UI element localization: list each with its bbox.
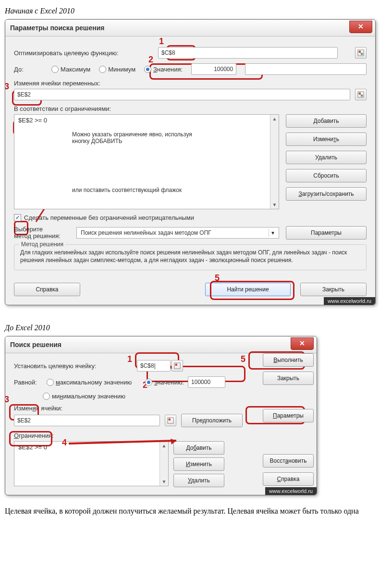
annot-num-3: 3	[5, 82, 9, 92]
group-title: Метод решения	[19, 241, 65, 248]
label-to: До:	[14, 66, 43, 73]
radio-min[interactable]: Минимум	[99, 66, 135, 73]
svg-rect-13	[175, 364, 177, 366]
radio-value-2[interactable]: значению:	[145, 379, 184, 386]
watermark-2: www.excelworld.ru	[265, 487, 317, 495]
method-select[interactable]: Поиск решения нелинейных задач методом О…	[76, 227, 279, 239]
radio-max-2[interactable]: максимальному значению	[47, 379, 132, 386]
svg-rect-9	[361, 95, 363, 96]
close-button-2[interactable]: Закрыть	[263, 372, 314, 385]
method-group: Метод решения Для гладких нелинейных зад…	[14, 244, 367, 270]
label-min-2: минимальному значению	[52, 393, 125, 400]
ref-picker-icon-4[interactable]	[165, 415, 176, 426]
help-button[interactable]: Справка	[14, 283, 80, 296]
group-text: Для гладких нелинейных задач используйте…	[20, 249, 360, 264]
add-button[interactable]: Добавить	[286, 114, 367, 128]
dialog-title-2: Поиск решения	[10, 341, 61, 348]
svg-rect-8	[359, 93, 361, 95]
ref-picker-icon-3[interactable]	[172, 360, 183, 372]
input-value-2[interactable]: 100000	[188, 376, 225, 388]
chevron-down-icon: ▾	[269, 229, 277, 237]
svg-rect-15	[169, 419, 171, 420]
reset-button[interactable]: Сбросить	[286, 169, 367, 182]
guess-button[interactable]: Предположить	[181, 414, 243, 427]
label-constraints-hdr: В соответствии с ограничениями:	[14, 105, 367, 112]
radio-min-2[interactable]: минимальному значению	[43, 393, 125, 400]
window-close-button[interactable]: ✕	[349, 21, 372, 33]
radio-value[interactable]: ЗЗначения:начения:	[144, 66, 183, 73]
ref-picker-icon-2[interactable]	[355, 89, 367, 100]
label-changing-2: Изменяя ячейки:	[14, 405, 245, 412]
annotation-text-1: Можно указать ограничение явно, использу…	[72, 131, 207, 144]
label-min: Минимум	[108, 66, 135, 73]
heading-before: До Excel 2010	[5, 324, 387, 332]
label-nonneg: Сделать переменные без ограничений неотр…	[24, 214, 194, 221]
add-button-2[interactable]: Добавить	[173, 441, 224, 455]
change-button-2[interactable]: Изменить	[173, 457, 224, 471]
label-target: Установить целевую ячейку:	[14, 362, 110, 370]
delete-button-2[interactable]: Удалить	[173, 474, 224, 487]
label-select-method-1: Выберите	[14, 226, 76, 233]
scrollbar[interactable]: ▲▼	[270, 115, 279, 209]
label-value: ЗЗначения:начения:	[153, 66, 183, 73]
titlebar-2: Поиск решения ✕	[5, 336, 317, 353]
nonneg-checkbox[interactable]	[14, 214, 21, 221]
close-button[interactable]: Закрыть	[300, 283, 367, 296]
execute-button[interactable]: Выполнить	[263, 353, 314, 367]
label-changing: Изменяя ячейки переменных:	[14, 80, 367, 87]
input-changing-2[interactable]: $E$2	[14, 415, 160, 426]
dialog-title: Параметры поиска решения	[10, 24, 105, 32]
titlebar: Параметры поиска решения ✕	[5, 20, 375, 36]
input-target-value[interactable]: 100000	[191, 63, 236, 75]
label-value-2: значению:	[154, 379, 184, 386]
ref-picker-icon[interactable]	[355, 47, 367, 59]
annot2-num-3: 3	[5, 395, 9, 405]
scrollbar-2[interactable]: ▲▼	[159, 442, 168, 486]
input-target-2[interactable]: $C$8|	[137, 360, 171, 372]
watermark: www.excelworld.ru	[324, 297, 375, 305]
window-close-button-2[interactable]: ✕	[291, 337, 314, 350]
svg-rect-6	[361, 53, 363, 55]
label-constraints-2: Ограничения:	[14, 432, 245, 439]
solver-dialog-2007: Поиск решения ✕ 1 2 3 4 5 Выполнить Закр…	[5, 336, 317, 495]
footer-paragraph: Целевая ячейка, в которой должен получит…	[5, 507, 387, 516]
help-button-2[interactable]: Справка	[263, 472, 314, 486]
label-max: Максимум	[61, 66, 90, 73]
constraint-item[interactable]: $E$2 >= 0	[18, 117, 266, 124]
solver-dialog-2010: Параметры поиска решения ✕ 1 2 3 4 Оптим…	[5, 19, 376, 305]
radio-max[interactable]: Максимум	[51, 66, 90, 73]
label-objective: Оптимизировать целевую функцию:	[14, 49, 158, 57]
params-button[interactable]: Параметры	[286, 226, 367, 240]
annotation-text-2: или поставить соответствующий флажок	[72, 187, 216, 193]
label-equal: Равной:	[14, 379, 43, 386]
input-objective[interactable]: $C$8	[158, 47, 338, 59]
input-changing[interactable]: $E$2	[14, 89, 350, 100]
restore-button[interactable]: Восстановить	[263, 454, 314, 468]
change-button[interactable]: Изменить	[286, 132, 367, 146]
heading-since: Начиная с Excel 2010	[5, 7, 387, 15]
delete-button[interactable]: Удалить	[286, 151, 367, 164]
svg-rect-5	[359, 51, 361, 53]
loadsave-button[interactable]: Загрузить/сохранить	[286, 187, 367, 201]
params-button-2[interactable]: Параметры	[263, 409, 314, 422]
constraints-listbox[interactable]: $E$2 >= 0 Можно указать ограничение явно…	[14, 114, 279, 209]
constraints-listbox-2[interactable]: $E$2 >= 0 ▲▼	[14, 441, 169, 486]
solve-button[interactable]: Найти решение	[205, 283, 291, 296]
constraint-item-2[interactable]: $E$2 >= 0	[18, 444, 156, 451]
label-select-method-2: метод решения:	[14, 233, 76, 240]
label-max-2: максимальному значению	[56, 379, 132, 386]
annot-num-1: 1	[159, 36, 164, 47]
